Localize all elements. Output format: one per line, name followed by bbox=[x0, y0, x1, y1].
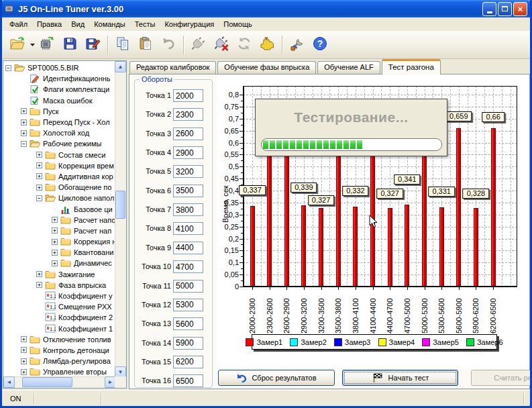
point-label-12: Точка 12 bbox=[136, 301, 171, 309]
tab-alf-learning[interactable]: Обучение ALF bbox=[317, 61, 380, 74]
legend-item-Замер6: Замер6 bbox=[466, 338, 503, 346]
y-tick-label: 0,25 bbox=[217, 223, 239, 231]
tab-acceleration-test[interactable]: Тест разгона bbox=[382, 59, 441, 74]
legend-swatch-Замер1 bbox=[246, 338, 254, 346]
point-input-11[interactable] bbox=[173, 280, 203, 293]
resize-grip[interactable] bbox=[526, 401, 528, 403]
y-tick-label: 0,2 bbox=[217, 235, 239, 243]
app-window: J5 On-Line Tuner ver.3.00 × ФайлПравкаВи… bbox=[0, 0, 532, 408]
x-tick-label: 4100-4400 bbox=[369, 298, 377, 334]
progress-bar bbox=[261, 138, 442, 151]
y-tick-label: 0,1 bbox=[217, 258, 239, 266]
legend-swatch-Замер3 bbox=[334, 338, 342, 346]
x-tick-label: 2000-2300 bbox=[248, 298, 256, 334]
legend-item-Замер3: Замер3 bbox=[334, 338, 371, 346]
point-input-12[interactable] bbox=[173, 299, 203, 311]
bar-value-label: 0,331 bbox=[428, 187, 455, 197]
progress-bar-fill bbox=[263, 140, 364, 149]
reset-results-button[interactable]: Сброс результатов bbox=[218, 370, 335, 386]
y-tick-label: 0,45 bbox=[217, 174, 239, 183]
point-input-5[interactable] bbox=[173, 165, 203, 178]
x-tick-label: 2300-2600 bbox=[266, 298, 274, 334]
y-tick-label: 0,15 bbox=[217, 246, 239, 254]
point-label-4: Точка 4 bbox=[136, 148, 171, 156]
y-tick-label: 0,7 bbox=[217, 115, 239, 123]
status-panel-1: ON LINE bbox=[5, 393, 34, 405]
status-panel-3 bbox=[101, 393, 524, 405]
point-input-16[interactable] bbox=[173, 374, 203, 387]
point-label-6: Точка 6 bbox=[136, 187, 171, 195]
y-tick-label: 0,3 bbox=[217, 211, 239, 219]
undo-arrow-icon bbox=[236, 373, 247, 382]
legend-label: Замер3 bbox=[345, 338, 371, 346]
point-input-3[interactable] bbox=[173, 128, 203, 140]
y-tick-label: 0,65 bbox=[217, 127, 239, 135]
start-test-button[interactable]: Начать тест bbox=[342, 370, 458, 386]
x-tick-label: 6200-6500 bbox=[489, 298, 497, 334]
point-input-2[interactable] bbox=[173, 108, 203, 121]
point-input-1[interactable] bbox=[173, 89, 203, 102]
y-tick-label: 0,8 bbox=[217, 91, 239, 99]
point-label-1: Точка 1 bbox=[136, 91, 171, 99]
point-label-9: Точка 9 bbox=[136, 244, 171, 252]
x-tick-label: 5900-6200 bbox=[472, 298, 480, 334]
status-panel-2 bbox=[34, 393, 101, 405]
point-input-7[interactable] bbox=[173, 203, 203, 216]
point-label-14: Точка 14 bbox=[136, 339, 171, 347]
legend-swatch-Замер6 bbox=[466, 338, 474, 346]
read-results-button[interactable]: Считать рез bbox=[471, 370, 532, 386]
legend-label: Замер4 bbox=[389, 338, 415, 346]
point-input-15[interactable] bbox=[173, 356, 203, 368]
testing-overlay-text: Тестирование... bbox=[256, 109, 447, 125]
point-input-6[interactable] bbox=[173, 185, 203, 197]
reset-results-label: Сброс результатов bbox=[252, 374, 316, 382]
x-tick-label: 5600-5900 bbox=[455, 298, 463, 334]
status-bar: ON LINE bbox=[2, 390, 530, 406]
y-tick-label: 0 bbox=[217, 283, 239, 291]
mouse-cursor bbox=[369, 215, 378, 232]
legend-swatch-Замер2 bbox=[290, 338, 298, 346]
point-input-9[interactable] bbox=[173, 242, 203, 254]
legend-item-Замер4: Замер4 bbox=[378, 338, 415, 346]
x-tick-label: 3200-3500 bbox=[317, 298, 325, 334]
point-label-2: Точка 2 bbox=[136, 110, 171, 118]
x-tick-label: 5000-5300 bbox=[421, 298, 429, 334]
point-input-4[interactable] bbox=[173, 146, 203, 159]
x-tick-label: 2600-2900 bbox=[282, 298, 290, 334]
point-input-14[interactable] bbox=[173, 337, 203, 350]
x-tick-label: 4700-5000 bbox=[403, 298, 411, 334]
bar-value-label: 0,332 bbox=[342, 186, 369, 196]
rpm-groupbox-title: Обороты bbox=[140, 75, 174, 83]
point-label-8: Точка 8 bbox=[136, 224, 171, 232]
legend-label: Замер2 bbox=[301, 338, 327, 346]
point-input-13[interactable] bbox=[173, 317, 203, 330]
legend-swatch-Замер5 bbox=[422, 338, 430, 346]
x-tick-label: 4400-4700 bbox=[386, 298, 394, 334]
x-tick-label: 3800-4100 bbox=[352, 298, 360, 334]
point-label-15: Точка 15 bbox=[136, 358, 171, 366]
bar-value-label: 0,337 bbox=[239, 185, 266, 195]
y-tick-label: 0,55 bbox=[217, 150, 239, 158]
legend-item-Замер2: Замер2 bbox=[290, 338, 327, 346]
tab-injection-phase-learning[interactable]: Обучение фазы впрыска bbox=[217, 61, 316, 74]
read-results-label: Считать рез bbox=[494, 374, 532, 382]
bar-value-label: 0,339 bbox=[290, 183, 317, 193]
legend-label: Замер5 bbox=[433, 338, 459, 346]
y-tick-label: 0,05 bbox=[217, 270, 239, 278]
bar-value-label: 0,341 bbox=[394, 174, 421, 185]
bar-value-label: 0,327 bbox=[308, 195, 335, 205]
point-label-11: Точка 11 bbox=[136, 282, 171, 290]
y-tick-label: 0,75 bbox=[217, 103, 239, 111]
bar-value-label: 0,659 bbox=[445, 111, 472, 121]
legend-label: Замер6 bbox=[477, 338, 503, 346]
legend-item-Замер1: Замер1 bbox=[246, 338, 282, 346]
bar-value-label: 0,66 bbox=[482, 112, 504, 122]
tab-calibration-editor[interactable]: Редактор калибровок bbox=[129, 61, 216, 74]
point-input-8[interactable] bbox=[173, 222, 203, 235]
bar-value-label: 0,328 bbox=[463, 189, 490, 199]
point-label-16: Точка 16 bbox=[136, 376, 171, 385]
point-label-13: Точка 13 bbox=[136, 319, 171, 327]
y-tick-label: 0,35 bbox=[217, 199, 239, 207]
point-input-10[interactable] bbox=[173, 260, 203, 273]
checkered-flag-icon bbox=[372, 372, 384, 383]
